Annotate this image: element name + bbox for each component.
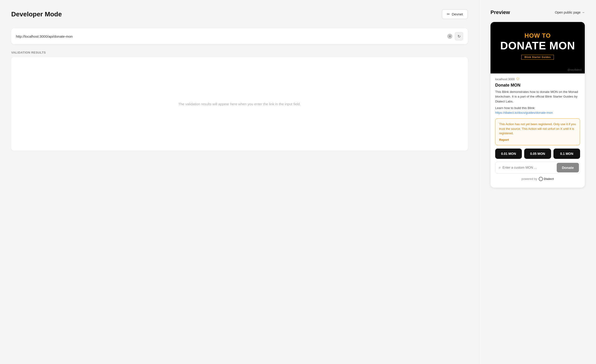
amount-label-01: 0.1 MON	[560, 152, 573, 156]
custom-input-row: # Donate	[495, 162, 580, 174]
learn-text: Learn how to build this Blink:	[495, 106, 536, 110]
devnet-button[interactable]: ✂ Devnet	[442, 9, 468, 19]
dialect-logo: ○ Dialect	[539, 177, 554, 181]
hero-handle: @saydialect	[567, 68, 581, 71]
warning-shield-icon: 🛡	[516, 77, 520, 81]
url-input-container: ✕ ↻	[11, 28, 468, 44]
page-title: Developer Mode	[11, 11, 62, 18]
hash-icon: #	[499, 166, 500, 170]
right-panel: Preview Open public page → HOW TO DONATE…	[479, 0, 596, 364]
blink-card-title: Donate MON	[495, 83, 580, 88]
left-header: Developer Mode ✂ Devnet	[11, 9, 468, 19]
blink-content: localhost:3000 🛡 Donate MON This Blink d…	[491, 74, 585, 188]
report-link[interactable]: Report	[499, 138, 509, 141]
amount-button-005[interactable]: 0.05 MON	[524, 149, 551, 159]
url-refresh-button[interactable]: ↻	[455, 32, 463, 40]
custom-mon-input[interactable]	[502, 164, 555, 171]
devnet-label: Devnet	[452, 12, 463, 16]
validation-placeholder: The validation results will appear here …	[169, 93, 310, 115]
preview-title: Preview	[491, 9, 510, 15]
warning-banner: This Action has not yet been registered.…	[495, 118, 580, 145]
dialect-label: Dialect	[544, 177, 554, 181]
blink-description-2: Learn how to build this Blink: https://d…	[495, 106, 580, 115]
amount-label-001: 0.01 MON	[501, 152, 516, 156]
donate-button[interactable]: Donate	[557, 163, 579, 172]
blink-source: localhost:3000	[495, 77, 515, 81]
warning-text: This Action has not yet been registered.…	[499, 122, 576, 136]
scissors-icon: ✂	[447, 12, 450, 16]
hero-badge: Blink Starter Guides	[522, 55, 554, 60]
hero-how-to: HOW TO	[524, 32, 551, 39]
amount-button-001[interactable]: 0.01 MON	[495, 149, 522, 159]
learn-link[interactable]: https://dialect.to/docs/guides/donate-mo…	[495, 111, 553, 114]
open-public-page-link[interactable]: Open public page →	[555, 11, 585, 14]
right-header: Preview Open public page →	[491, 9, 585, 15]
url-input[interactable]	[16, 34, 445, 38]
blink-card: HOW TO DONATE MON Blink Starter Guides @…	[491, 22, 585, 188]
powered-by-text: powered by	[522, 177, 537, 181]
validation-label: Validation Results	[11, 51, 468, 54]
validation-box: The validation results will appear here …	[11, 57, 468, 151]
blink-description-1: This Blink demonstrates how to donate MO…	[495, 89, 580, 104]
url-clear-button[interactable]: ✕	[447, 34, 452, 39]
powered-by: powered by ○ Dialect	[495, 174, 580, 183]
hero-donate-mon: DONATE MON	[500, 40, 575, 51]
blink-hero: HOW TO DONATE MON Blink Starter Guides @…	[491, 22, 585, 74]
dialect-circle-icon: ○	[539, 177, 543, 181]
left-panel: Developer Mode ✂ Devnet ✕ ↻ Validation R…	[0, 0, 479, 364]
blink-source-row: localhost:3000 🛡	[495, 77, 580, 81]
action-buttons: 0.01 MON 0.05 MON 0.1 MON	[495, 149, 580, 159]
amount-button-01[interactable]: 0.1 MON	[553, 149, 580, 159]
amount-label-005: 0.05 MON	[530, 152, 545, 156]
